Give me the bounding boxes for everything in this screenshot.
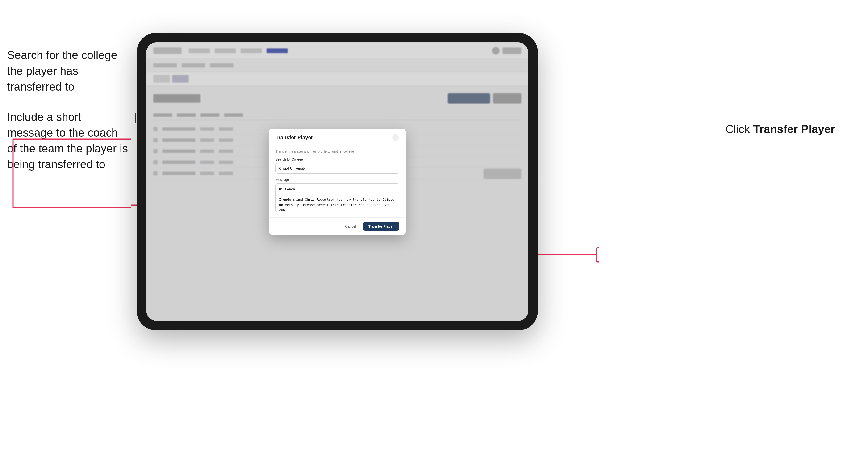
modal-overlay: Transfer Player × Transfer the player an… bbox=[146, 42, 528, 321]
modal-subtitle: Transfer the player and their profile to… bbox=[276, 150, 399, 153]
search-college-label: Search for College bbox=[276, 158, 399, 161]
search-college-input[interactable] bbox=[276, 163, 399, 174]
modal-close-button[interactable]: × bbox=[393, 134, 399, 141]
message-textarea[interactable] bbox=[276, 184, 399, 212]
transfer-player-modal: Transfer Player × Transfer the player an… bbox=[269, 129, 406, 235]
annotation-left: Search for the college the player has tr… bbox=[7, 47, 130, 186]
modal-title: Transfer Player bbox=[276, 134, 313, 141]
modal-footer: Cancel Transfer Player bbox=[269, 217, 406, 235]
annotation-right: Click Transfer Player bbox=[725, 123, 835, 135]
annotation-text-top: Search for the college the player has tr… bbox=[7, 47, 130, 95]
tablet-screen: Transfer Player × Transfer the player an… bbox=[146, 42, 528, 321]
annotation-right-bold: Transfer Player bbox=[753, 123, 835, 135]
message-label: Message bbox=[276, 178, 399, 182]
tablet-device: Transfer Player × Transfer the player an… bbox=[137, 33, 538, 330]
annotation-right-prefix: Click bbox=[725, 123, 753, 135]
annotation-text-bottom: Include a short message to the coach of … bbox=[7, 109, 130, 173]
modal-header: Transfer Player × bbox=[269, 129, 406, 145]
modal-body: Transfer the player and their profile to… bbox=[269, 145, 406, 217]
transfer-player-button[interactable]: Transfer Player bbox=[363, 222, 399, 231]
cancel-button[interactable]: Cancel bbox=[341, 222, 360, 230]
tablet-side-button bbox=[135, 113, 136, 123]
